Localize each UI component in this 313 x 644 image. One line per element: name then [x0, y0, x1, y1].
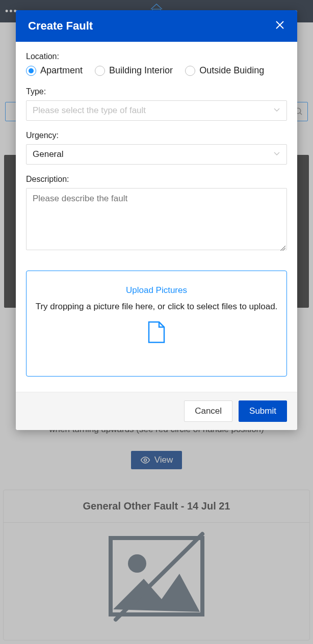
file-icon	[147, 336, 166, 345]
type-label: Type:	[26, 87, 287, 96]
location-radio-apartment[interactable]: Apartment	[26, 65, 83, 76]
modal-header: Create Fault	[16, 10, 297, 42]
radio-label: Apartment	[40, 65, 83, 76]
create-fault-modal: Create Fault Location: Apartment Buildin…	[16, 10, 297, 430]
chevron-down-icon	[273, 149, 280, 159]
modal-overlay: Create Fault Location: Apartment Buildin…	[0, 0, 313, 644]
radio-label: Building Interior	[109, 65, 173, 76]
upload-instructions: Try dropping a picture file here, or cli…	[32, 302, 281, 312]
close-icon	[275, 20, 285, 30]
cancel-button-label: Cancel	[195, 406, 222, 416]
location-radio-building-interior[interactable]: Building Interior	[95, 65, 173, 76]
radio-label: Outside Buiding	[199, 65, 264, 76]
location-radio-group: Apartment Building Interior Outside Buid…	[26, 65, 287, 76]
urgency-label: Urgency:	[26, 131, 287, 140]
modal-title: Create Fault	[28, 19, 93, 33]
location-label: Location:	[26, 52, 287, 61]
submit-button-label: Submit	[249, 406, 276, 416]
description-label: Description:	[26, 175, 287, 184]
urgency-select-value: General	[33, 149, 63, 159]
type-select[interactable]: Please select the type of fault	[26, 100, 287, 121]
radio-icon	[95, 66, 105, 76]
radio-icon	[26, 66, 36, 76]
chevron-down-icon	[273, 105, 280, 116]
type-select-placeholder: Please select the type of fault	[33, 105, 146, 116]
modal-body: Location: Apartment Building Interior Ou…	[16, 42, 297, 392]
location-radio-outside-building[interactable]: Outside Buiding	[185, 65, 264, 76]
modal-footer: Cancel Submit	[16, 392, 297, 430]
upload-title: Upload Pictures	[32, 285, 281, 296]
description-textarea-wrap	[26, 188, 287, 252]
submit-button[interactable]: Submit	[239, 400, 287, 422]
urgency-select[interactable]: General	[26, 144, 287, 165]
radio-icon	[185, 66, 195, 76]
close-button[interactable]	[275, 20, 285, 32]
upload-dropzone[interactable]: Upload Pictures Try dropping a picture f…	[26, 271, 287, 377]
description-textarea[interactable]	[26, 188, 287, 250]
cancel-button[interactable]: Cancel	[184, 400, 232, 422]
